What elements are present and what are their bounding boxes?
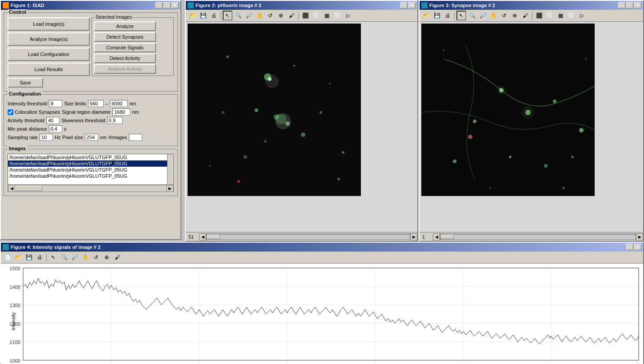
f3-save-btn[interactable]: 💾 [432, 11, 442, 20]
analyze-activity-button[interactable]: Analyze Activity [94, 64, 156, 74]
signal-region-input[interactable] [112, 108, 130, 116]
f2-link-btn[interactable]: ⬛ [300, 11, 310, 20]
compute-signals-button[interactable]: Compute Signals [94, 43, 156, 52]
f2-scroll-right[interactable]: ▶ [410, 233, 417, 240]
f4-pan-btn[interactable]: ✋ [80, 252, 90, 262]
skewness-input[interactable] [107, 117, 123, 124]
scroll-right-arrow[interactable]: ▶ [166, 185, 173, 192]
f2-datacursor-btn[interactable]: ⊕ [276, 11, 286, 20]
f2-minimize-button[interactable]: ─ [400, 2, 408, 8]
sampling-rate-input[interactable] [40, 134, 53, 141]
activity-threshold-input[interactable] [46, 117, 60, 124]
f3-scroll-right[interactable]: ▶ [636, 233, 643, 240]
f3-open-btn[interactable]: 📂 [421, 11, 431, 20]
load-results-button[interactable]: Load Results [8, 63, 90, 76]
f2-zoom-out-btn[interactable]: 🔎 [244, 11, 254, 20]
size-limits-unit: nm [129, 101, 136, 106]
pixel-size-input[interactable] [85, 134, 98, 141]
f3-cursor-btn[interactable]: ↖ [456, 11, 466, 20]
f4-zoom-in-btn[interactable]: 🔍 [59, 252, 69, 262]
f4-cursor-btn[interactable]: ↖ [48, 252, 58, 262]
maximize-button[interactable]: □ [164, 2, 171, 8]
f3-close-button[interactable]: ✕ [634, 2, 641, 8]
f2-more-btn[interactable]: ▷ [343, 11, 353, 20]
size-limits-min-input[interactable] [88, 100, 104, 107]
load-config-button[interactable]: Load Configuration [8, 48, 90, 61]
colocalize-checkbox[interactable] [8, 109, 13, 115]
f2-grid-btn[interactable]: ⬜ [311, 11, 321, 20]
activity-threshold-label: Activity threshold [8, 118, 44, 123]
f4-rotate-btn[interactable]: ↺ [91, 252, 101, 262]
f3-pan-btn[interactable]: ✋ [488, 11, 498, 20]
intensity-threshold-input[interactable] [49, 100, 62, 107]
f3-zoom-out-btn[interactable]: 🔎 [478, 11, 488, 20]
svg-point-35 [443, 49, 444, 51]
save-button[interactable]: Save [8, 78, 43, 88]
f3-brush-btn[interactable]: 🖌 [520, 11, 530, 20]
images-list[interactable]: /home/stefan/isadPhluorin/pHluorinVGLUTG… [8, 154, 174, 185]
f2-pan-btn[interactable]: ✋ [255, 11, 264, 20]
size-limits-max-input[interactable] [110, 100, 128, 107]
f2-open-btn[interactable]: 📂 [188, 11, 197, 20]
list-item[interactable]: /home/stefan/isadPhluorin/pHluorinVGLUTG… [8, 160, 173, 167]
figure4-canvas: Intensity 1500 [1, 264, 643, 364]
f4-matlab-icon [3, 244, 9, 250]
sampling-unit: Hz [55, 135, 60, 140]
f3-datacursor-btn[interactable]: ⊕ [510, 11, 520, 20]
f4-titlebar-left: Figure 4: Intensity signals of image # 2 [3, 244, 100, 250]
f3-link-btn[interactable]: ⬛ [534, 11, 544, 20]
scroll-left-arrow[interactable]: ◀ [8, 185, 15, 192]
f2-close-button[interactable]: ✕ [408, 2, 416, 8]
f4-save-btn[interactable]: 💾 [24, 252, 34, 262]
num-images-input[interactable] [129, 134, 142, 141]
svg-text:1400: 1400 [10, 284, 20, 289]
detect-synapses-button[interactable]: Detect Synapses [94, 32, 156, 42]
f3-scroll-left[interactable]: ◀ [433, 233, 440, 240]
svg-point-19 [265, 75, 279, 88]
f2-sep2 [298, 12, 299, 20]
close-button[interactable]: ✕ [172, 2, 179, 8]
list-item[interactable]: /home/stefan/isadPhluorin/pHluorinVGLUTG… [8, 154, 173, 160]
y-axis-label: Intensity [11, 312, 16, 331]
load-images-button[interactable]: Load Image(s) [8, 17, 90, 31]
analyze-button[interactable]: Analyze [94, 21, 156, 31]
f3-grid-btn[interactable]: ⬜ [545, 11, 555, 20]
f4-print-btn[interactable]: 🖨 [35, 252, 44, 262]
f4-open-btn[interactable]: 📂 [13, 252, 23, 262]
f2-rotate-btn[interactable]: ↺ [265, 11, 275, 20]
svg-point-18 [275, 113, 291, 129]
f4-close-button[interactable]: ✕ [634, 244, 641, 250]
detect-activity-button[interactable]: Detect Activity [94, 53, 156, 63]
f3-rotate-btn[interactable]: ↺ [499, 11, 509, 20]
f2-save-btn[interactable]: 💾 [198, 11, 208, 20]
f3-expand-btn[interactable]: ⬜ [566, 11, 576, 20]
min-peak-input[interactable] [49, 125, 62, 132]
svg-point-36 [585, 58, 587, 60]
colocalize-label[interactable]: Colocalize Synapses [8, 109, 60, 115]
svg-point-5 [329, 83, 331, 84]
f3-print-btn[interactable]: 🖨 [443, 11, 452, 20]
f2-scroll-left[interactable]: ◀ [199, 233, 206, 240]
f2-expand-btn[interactable]: ⬜ [332, 11, 342, 20]
f3-grid2-btn[interactable]: ▦ [556, 11, 565, 20]
f3-maximize-button[interactable]: □ [626, 2, 633, 8]
f4-zoom-out-btn[interactable]: 🔎 [70, 252, 80, 262]
f3-minimize-button[interactable]: ─ [618, 2, 625, 8]
f3-zoom-in-btn[interactable]: 🔍 [467, 11, 477, 20]
f4-datacursor-btn[interactable]: ⊕ [102, 252, 112, 262]
f2-print-btn[interactable]: 🖨 [209, 11, 219, 20]
f2-cursor-btn[interactable]: ↖ [223, 11, 232, 20]
images-list-scrollbar-v[interactable] [167, 154, 173, 184]
analyze-images-button[interactable]: Analyze Image(s) [8, 32, 90, 46]
list-item[interactable]: /home/stefan/isadPhluorin/pHluorinVGLUTG… [8, 167, 173, 173]
figure2-svg [188, 24, 361, 196]
f2-brush-btn[interactable]: 🖌 [287, 11, 296, 20]
minimize-button[interactable]: ─ [156, 2, 163, 8]
f2-zoom-in-btn[interactable]: 🔍 [233, 11, 243, 20]
f2-grid2-btn[interactable]: ▦ [322, 11, 332, 20]
f4-new-btn[interactable]: 📄 [3, 252, 12, 262]
f4-minimize-button[interactable]: ─ [626, 244, 633, 250]
f3-more-btn[interactable]: ▷ [577, 11, 587, 20]
f4-brush-btn[interactable]: 🖌 [112, 252, 122, 262]
list-item[interactable]: /home/stefan/isadPhluorin/pHluorinVGLUTG… [8, 173, 173, 179]
